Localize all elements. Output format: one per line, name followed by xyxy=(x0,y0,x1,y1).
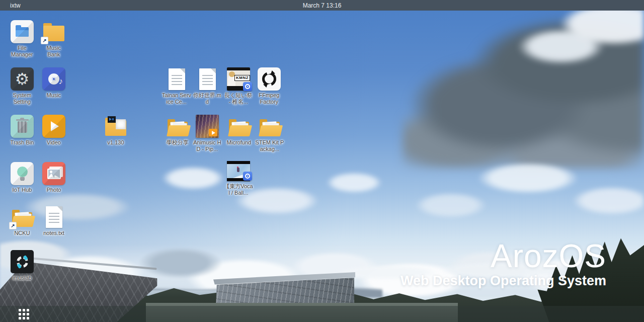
desktop-icon-photo[interactable]: Photo xyxy=(35,162,72,193)
file-manager-icon xyxy=(11,20,34,43)
icon-label: 長く短い祭 - 椎名... xyxy=(224,92,253,105)
icon-label: Tainan Serv ice Ce... xyxy=(162,92,191,105)
icon-label: System Setting xyxy=(13,92,32,105)
apps-grid-icon xyxy=(19,309,21,311)
desktop-icon-v1-130[interactable]: v1.130 xyxy=(97,115,134,146)
open-folder-icon xyxy=(258,119,281,137)
wallpaper-stadium-left-roof xyxy=(20,257,156,270)
open-folder-icon xyxy=(166,119,189,137)
play-icon xyxy=(42,115,65,138)
document-icon xyxy=(46,206,62,228)
preview-page-icon xyxy=(116,119,126,129)
icon-label: 學校分享 xyxy=(167,139,189,146)
document-icon xyxy=(199,68,216,90)
branding-subtitle: Web Desktop Operating System xyxy=(400,274,606,288)
desktop-icon-touhou-vocal[interactable]: 【東方Voca l / Ball... xyxy=(220,158,257,196)
apps-menu-button[interactable] xyxy=(18,308,29,319)
thumbnail-text: KMNZ xyxy=(234,75,250,81)
icon-label: Trash Bin xyxy=(11,139,34,146)
icon-label: Animusic H D - Pip... xyxy=(193,139,221,152)
desktop-icon-stem-kit[interactable]: STEM Kit P ackag... xyxy=(251,115,288,152)
icon-label: Video xyxy=(47,139,61,146)
icon-label: notes.txt xyxy=(43,230,64,236)
wallpaper-stadium-right-roof xyxy=(213,271,355,286)
play-badge-icon xyxy=(209,129,217,136)
gear-icon xyxy=(11,67,34,91)
icon-label: FFmpeg Factory xyxy=(259,92,280,105)
imuslab-logo-icon xyxy=(11,250,34,273)
icon-label: NCKU xyxy=(14,230,30,236)
icon-label: Music Bank xyxy=(47,45,61,57)
icon-label: File Manager xyxy=(11,45,33,57)
icon-label: v1.130 xyxy=(107,139,124,146)
icon-label: Photo xyxy=(47,187,61,193)
desktop-icon-video[interactable]: Video xyxy=(35,115,72,146)
icon-label: 你好世界.m d xyxy=(193,92,221,105)
desktop-icon-music-bank[interactable]: Music Bank xyxy=(35,20,72,57)
wallpaper-dark-cloud xyxy=(403,17,644,168)
desktop-icon-notes-txt[interactable]: notes.txt xyxy=(35,205,72,236)
icon-label: Microfund xyxy=(227,139,251,146)
shortcut-arrow-icon xyxy=(41,37,48,44)
desktop-icon-ffmpeg-factory[interactable]: FFmpeg Factory xyxy=(251,67,288,105)
icon-label: STEM Kit P ackag... xyxy=(256,139,284,152)
icon-label: Music xyxy=(47,92,61,99)
media-badge-icon xyxy=(243,172,252,181)
icon-label: imuslab xyxy=(13,275,32,281)
lightbulb-icon xyxy=(11,162,34,185)
trash-icon xyxy=(11,115,34,138)
open-folder-icon xyxy=(227,119,251,137)
wallpaper-mid-clouds xyxy=(0,151,644,242)
desktop-icon-imuslab[interactable]: imuslab xyxy=(4,250,41,281)
wallpaper-city-towers xyxy=(296,280,341,295)
circular-arrows-icon xyxy=(258,67,281,91)
desktop-screen: ArozOS Web Desktop Operating System ixtw… xyxy=(0,0,644,322)
icon-label: IoT Hub xyxy=(13,187,32,193)
wallpaper-water xyxy=(30,290,302,297)
clock-label: March 7 13:16 xyxy=(0,2,644,9)
wallpaper-white-cloud xyxy=(493,5,644,80)
shortcut-arrow-icon xyxy=(9,222,17,229)
photo-stack-icon xyxy=(42,162,65,185)
desktop-icon-music[interactable]: Music xyxy=(35,67,72,99)
branding: ArozOS Web Desktop Operating System xyxy=(400,240,606,288)
document-icon xyxy=(169,68,185,90)
icon-label: 【東方Voca l / Ball... xyxy=(224,183,253,196)
preview-thumbnail-icon xyxy=(108,116,116,123)
taskbar xyxy=(0,306,644,322)
wallpaper-hills xyxy=(0,277,382,298)
music-disc-icon xyxy=(42,67,65,91)
menubar: ixtw March 7 13:16 xyxy=(0,0,644,11)
branding-title: ArozOS xyxy=(400,240,606,272)
